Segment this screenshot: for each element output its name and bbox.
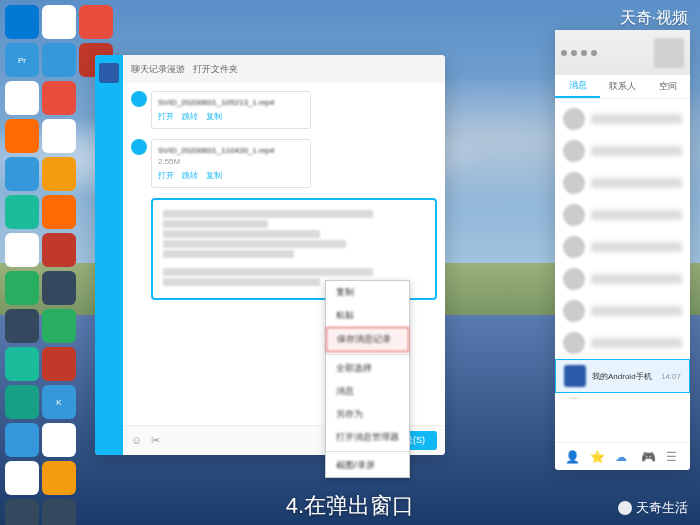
status-dot	[591, 50, 597, 56]
contact-item[interactable]	[555, 231, 690, 263]
file-goto[interactable]: 跳转	[182, 111, 198, 122]
app-icon[interactable]	[42, 499, 76, 525]
status-dot	[571, 50, 577, 56]
app-icon[interactable]	[42, 233, 76, 267]
app-icon[interactable]	[5, 461, 39, 495]
desktop-icons-col2: K	[42, 5, 76, 525]
tab-space[interactable]: 空间	[645, 75, 690, 98]
app-icon[interactable]	[5, 271, 39, 305]
ctx-select-all[interactable]: 全部选择	[326, 357, 409, 380]
app-icon[interactable]	[5, 157, 39, 191]
contacts-window: 消息 联系人 空间 我的Android手机 14:07 👤 ⭐ ☁ 🎮 ☰	[555, 30, 690, 470]
ctx-save-as[interactable]: 另存为	[326, 403, 409, 426]
file-copy[interactable]: 复制	[206, 111, 222, 122]
device-time: 14:07	[661, 372, 681, 381]
file-open[interactable]: 打开	[158, 111, 174, 122]
context-menu: 复制 粘贴 保存消息记录 全部选择 消息 另存为 打开消息管理器 截图/录屏	[325, 280, 410, 478]
game-icon[interactable]: 🎮	[641, 450, 655, 464]
chat-sidebar	[95, 55, 123, 455]
wechat-icon[interactable]	[42, 309, 76, 343]
contact-device[interactable]: 我的Android手机 14:07	[555, 359, 690, 393]
contact-item[interactable]	[555, 393, 690, 399]
chat-header: 聊天记录漫游 打开文件夹	[123, 55, 445, 83]
message: SVID_20200601_105213_1.mp4 打开 跳转 复制	[131, 91, 437, 129]
device-name: 我的Android手机	[592, 371, 655, 382]
file-open[interactable]: 打开	[158, 170, 174, 181]
file-copy[interactable]: 复制	[206, 170, 222, 181]
app-icon[interactable]	[42, 423, 76, 457]
app-icon[interactable]	[42, 43, 76, 77]
app-icon[interactable]: Pr	[5, 43, 39, 77]
app-icon[interactable]	[42, 5, 76, 39]
ctx-message[interactable]: 消息	[326, 380, 409, 403]
app-icon[interactable]	[42, 461, 76, 495]
desktop-icons-col1: Pr	[5, 5, 39, 525]
tab-contacts[interactable]: 联系人	[600, 75, 645, 98]
ctx-screenshot[interactable]: 截图/录屏	[326, 454, 409, 477]
sender-avatar[interactable]	[131, 91, 147, 107]
ctx-copy[interactable]: 复制	[326, 281, 409, 304]
cloud-icon[interactable]: ☁	[615, 450, 629, 464]
status-dot	[581, 50, 587, 56]
app-icon[interactable]: K	[42, 385, 76, 419]
contacts-header	[555, 30, 690, 75]
app-icon[interactable]	[42, 81, 76, 115]
contact-item[interactable]	[555, 327, 690, 359]
app-icon[interactable]	[5, 347, 39, 381]
brand-watermark-top: 天奇·视频	[620, 8, 688, 29]
contacts-footer: 👤 ⭐ ☁ 🎮 ☰	[555, 442, 690, 470]
app-icon[interactable]	[5, 195, 39, 229]
ctx-open-mgr[interactable]: 打开消息管理器	[326, 426, 409, 449]
app-icon[interactable]	[5, 309, 39, 343]
app-icon[interactable]	[42, 157, 76, 191]
contact-item[interactable]	[555, 199, 690, 231]
phone-icon	[564, 365, 586, 387]
file-attachment[interactable]: SVID_20200601_110420_1.mp4 2.55M 打开 跳转 复…	[151, 139, 311, 188]
app-icon[interactable]	[5, 385, 39, 419]
person-icon[interactable]: 👤	[565, 450, 579, 464]
app-icon[interactable]	[42, 271, 76, 305]
app-icon[interactable]	[5, 81, 39, 115]
file-size: 2.55M	[158, 157, 304, 166]
contact-item[interactable]	[555, 295, 690, 327]
file-actions: 打开 跳转 复制	[158, 170, 304, 181]
emoji-icon[interactable]: ☺	[131, 434, 145, 448]
menu-icon[interactable]: ☰	[666, 450, 680, 464]
chat-tab[interactable]: 聊天记录漫游	[131, 63, 185, 76]
separator	[326, 451, 409, 452]
edge-icon[interactable]	[5, 5, 39, 39]
ctx-paste[interactable]: 粘贴	[326, 304, 409, 327]
sender-avatar[interactable]	[131, 139, 147, 155]
file-actions: 打开 跳转 复制	[158, 111, 304, 122]
file-goto[interactable]: 跳转	[182, 170, 198, 181]
app-icon[interactable]	[5, 233, 39, 267]
app-icon[interactable]	[5, 423, 39, 457]
contact-item[interactable]	[555, 167, 690, 199]
star-icon[interactable]: ⭐	[590, 450, 604, 464]
user-avatar[interactable]	[99, 63, 119, 83]
file-attachment[interactable]: SVID_20200601_105213_1.mp4 打开 跳转 复制	[151, 91, 311, 129]
app-icon[interactable]	[5, 119, 39, 153]
contacts-list: 我的Android手机 14:07	[555, 99, 690, 399]
chat-tab[interactable]: 打开文件夹	[193, 63, 238, 76]
message: SVID_20200601_110420_1.mp4 2.55M 打开 跳转 复…	[131, 139, 437, 188]
app-icon[interactable]	[42, 195, 76, 229]
contacts-tabs: 消息 联系人 空间	[555, 75, 690, 99]
app-icon[interactable]	[79, 5, 113, 39]
app-icon[interactable]	[42, 347, 76, 381]
scissors-icon[interactable]: ✂	[151, 434, 165, 448]
contact-item[interactable]	[555, 135, 690, 167]
file-name: SVID_20200601_110420_1.mp4	[158, 146, 304, 155]
app-icon[interactable]	[42, 119, 76, 153]
profile-avatar[interactable]	[654, 38, 684, 68]
ctx-save-record[interactable]: 保存消息记录	[326, 327, 409, 352]
status-dot	[561, 50, 567, 56]
contact-item[interactable]	[555, 103, 690, 135]
separator	[326, 354, 409, 355]
app-icon[interactable]	[5, 499, 39, 525]
contact-item[interactable]	[555, 263, 690, 295]
tab-messages[interactable]: 消息	[555, 75, 600, 98]
caption-text: 4.在弹出窗口	[286, 491, 414, 521]
brand-watermark-bottom: 天奇生活	[618, 499, 688, 517]
file-name: SVID_20200601_105213_1.mp4	[158, 98, 304, 107]
